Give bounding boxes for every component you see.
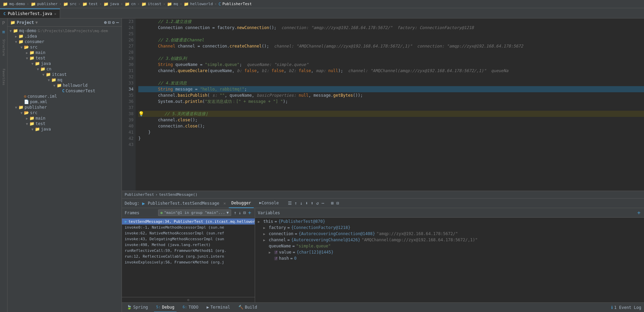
code-line-25 (138, 31, 644, 37)
project-settings-btn[interactable]: ⚙ (112, 20, 115, 25)
breadcrumb-method[interactable]: testSendMessage() (159, 192, 198, 197)
side-icon-2[interactable]: ≡ (1, 29, 7, 35)
tree-icon-consumer-java: 📁 (35, 61, 40, 66)
side-icon-structure[interactable]: Structure (1, 44, 7, 51)
tree-item-consumer-itcast[interactable]: ▼ 📁 itcast (8, 72, 122, 77)
frame-item-0[interactable]: ▶ testSendMessage:34, PublisherTest (cn.… (122, 218, 255, 225)
var-name-value: value (279, 250, 291, 255)
var-item-channel[interactable]: ▶ channel = {AutorecoveringChannel@1426}… (255, 237, 644, 243)
breadcrumb-item-java[interactable]: java (110, 2, 119, 6)
var-item-value[interactable]: ▶ f value = {char[12]@1445} (255, 249, 644, 255)
tree-item-publisher-test[interactable]: ▼ 📁 test (8, 121, 122, 126)
var-val-channel: {AutorecoveringChannel@1426} (291, 238, 360, 242)
breadcrumb-item-publishertest[interactable]: PublisherTest (222, 2, 252, 6)
debug-tab-debugger-label: Debugger (232, 201, 251, 205)
line-number-gutter: 23 24 25 26 27 28 29 30 31 32 33 34 35 3… (122, 18, 136, 191)
breadcrumb-publishertest[interactable]: PublisherTest (125, 192, 154, 197)
tree-arrow-mq-demo: ▼ (9, 29, 12, 33)
bottom-tab-terminal[interactable]: ▶ Terminal (205, 303, 232, 312)
breadcrumb-item-cn[interactable]: cn (131, 2, 136, 6)
code-line-43 (138, 141, 644, 148)
project-collapse-btn[interactable]: ⊟ (108, 20, 111, 25)
var-item-queuename[interactable]: ▶ queueName = "simple.queue" (255, 243, 644, 249)
var-item-connection[interactable]: ▶ connection = {AutorecoveringConnection… (255, 231, 644, 237)
breadcrumb-item-mq-demo[interactable]: mq-demo (9, 2, 25, 6)
project-sync-btn[interactable]: ⊕ (104, 20, 107, 25)
frame-item-3[interactable]: invoke:43, DelegatingMethodAccessorImpl … (122, 236, 255, 242)
tree-item-publisher-main[interactable]: ▶ 📁 main (8, 116, 122, 121)
breadcrumb-item-src[interactable]: src (70, 2, 76, 6)
tree-arrow-consumer-java: ▼ (31, 62, 34, 66)
breadcrumb-item-publisher[interactable]: publisher (37, 2, 58, 6)
tree-item-pom-xml[interactable]: 📄 pom.xml (8, 99, 122, 105)
debug-btn-down[interactable]: ↓ (299, 201, 303, 206)
tree-item-consumer-test[interactable]: ▼ 📁 test (8, 55, 122, 61)
breadcrumb-item-test[interactable]: test (89, 2, 98, 6)
debug-tab-console[interactable]: ▶ Console (256, 199, 281, 208)
project-dropdown-icon[interactable]: ▼ (36, 20, 38, 25)
debug-btn-align[interactable]: ⊟ (336, 201, 340, 206)
spring-icon: 🍃 (127, 305, 132, 310)
frames-add-btn[interactable]: + (247, 209, 252, 216)
tree-item-consumer-src[interactable]: ▼ 📂 src (8, 44, 122, 50)
bulb-icon-38[interactable]: 💡 (138, 111, 144, 117)
event-log[interactable]: ℹ 1 Event Log (611, 305, 641, 310)
variables-add-btn[interactable]: + (636, 209, 641, 216)
breadcrumb-icon-cn: 📁 (125, 2, 130, 6)
bottom-tab-todo[interactable]: 6: TODO (181, 303, 200, 312)
tree-item-consumer-java[interactable]: ▼ 📁 java (8, 61, 122, 66)
frames-label: Frames (125, 211, 139, 215)
var-arrow-value: ▶ (269, 250, 273, 254)
tree-label-consumer-java: java (41, 61, 51, 66)
debug-btn-up[interactable]: ↑ (294, 201, 298, 206)
var-item-this[interactable]: ▶ this = {PublisherTest@870} (255, 218, 644, 225)
tree-item-publisher-java[interactable]: ▼ 📁 java (8, 126, 122, 132)
tree-item-consumer-main[interactable]: ▶ 📁 main (8, 50, 122, 55)
tree-item-publisher[interactable]: ▼ 📁 publisher (8, 105, 122, 110)
frames-up-btn[interactable]: ↑ (233, 210, 237, 215)
tree-item-consumer-cn[interactable]: ▼ 📁 cn (8, 66, 122, 72)
side-icon-favorites[interactable]: Favorites (1, 74, 7, 80)
debug-btn-refresh[interactable]: ↺ (316, 201, 320, 206)
tree-item-consumer-mq[interactable]: ▼ 📁 mq (8, 77, 122, 83)
debug-btn-more[interactable]: ⋯ (321, 201, 325, 206)
breadcrumb-item-helloworld[interactable]: helloworld (190, 2, 213, 6)
side-icon-1[interactable]: P (1, 20, 7, 26)
tree-item-consumertest[interactable]: C ConsumerTest (8, 88, 122, 94)
tree-item-idea[interactable]: ▶ 📁 .idea (8, 33, 122, 39)
debug-btn-down2[interactable]: ⬇ (305, 201, 309, 206)
code-editor[interactable]: // 1.2.建立连接 Connection connection = fact… (136, 18, 644, 191)
var-item-factory[interactable]: ▶ factory = {ConnectionFactory@1218} (255, 225, 644, 231)
frame-item-7[interactable]: invokeExplosively:56, FrameworkMethod (o… (122, 259, 255, 265)
debug-btn-grid[interactable]: ⊞ (331, 201, 335, 206)
tab-close-button[interactable]: ✕ (54, 12, 56, 16)
frame-item-1[interactable]: invoke0:-1, NativeMethodAccessorImpl (su… (122, 225, 255, 230)
tree-item-consumer-helloworld[interactable]: ▼ 📁 helloworld (8, 83, 122, 88)
breadcrumb-item-itcast[interactable]: itcast (148, 2, 162, 6)
thread-selector[interactable]: ● "main"@1 in group "main"... ▼ (158, 209, 231, 216)
tab-publishertest[interactable]: C PublisherTest.java ✕ (0, 9, 60, 18)
debug-btn-up2[interactable]: ⬆ (310, 201, 314, 206)
frame-item-5[interactable]: runReflectiveCall:59, FrameworkMethod$1 … (122, 248, 255, 254)
bottom-tab-build[interactable]: 🔨 Build (236, 303, 259, 312)
tree-item-consumer[interactable]: ▼ 📁 consumer (8, 39, 122, 44)
tree-item-publisher-src[interactable]: ▼ 📂 src (8, 110, 122, 116)
breadcrumb-item-mq[interactable]: mq (173, 2, 178, 6)
tree-item-mq-demo[interactable]: ▼ 📁 mq-demo G:\Projects\IdeaProjects\mq-… (8, 28, 122, 33)
bottom-tab-spring[interactable]: 🍃 Spring (125, 303, 150, 312)
debug-tab-debugger[interactable]: Debugger (229, 199, 254, 208)
frame-item-4[interactable]: invoke:498, Method (java.lang.reflect) (122, 242, 255, 248)
frame-item-2[interactable]: invoke:62, NativeMethodAccessorImpl (sun… (122, 230, 255, 236)
project-minimize-btn[interactable]: — (116, 20, 119, 25)
debug-close-btn[interactable]: ✕ (223, 201, 226, 206)
bottom-tab-debug[interactable]: 5: Debug (154, 303, 176, 312)
editor-content[interactable]: 23 24 25 26 27 28 29 30 31 32 33 34 35 3… (122, 18, 644, 191)
bottom-bar: 🍃 Spring 5: Debug 6: TODO ▶ Terminal 🔨 B… (122, 302, 644, 312)
var-item-hash[interactable]: ▶ f hash = 0 (255, 255, 644, 261)
var-val-connection: {AutorecoveringConnection@1408} (298, 231, 375, 236)
frames-filter-btn[interactable]: ⊟ (243, 210, 247, 215)
debug-btn-list[interactable]: ☰ (287, 201, 293, 206)
tree-item-consumer-iml[interactable]: ⚙ consumer.iml (8, 94, 122, 99)
frame-item-6[interactable]: run:12, ReflectiveCallable (org.junit.in… (122, 254, 255, 259)
frames-down-btn[interactable]: ↓ (238, 210, 242, 215)
